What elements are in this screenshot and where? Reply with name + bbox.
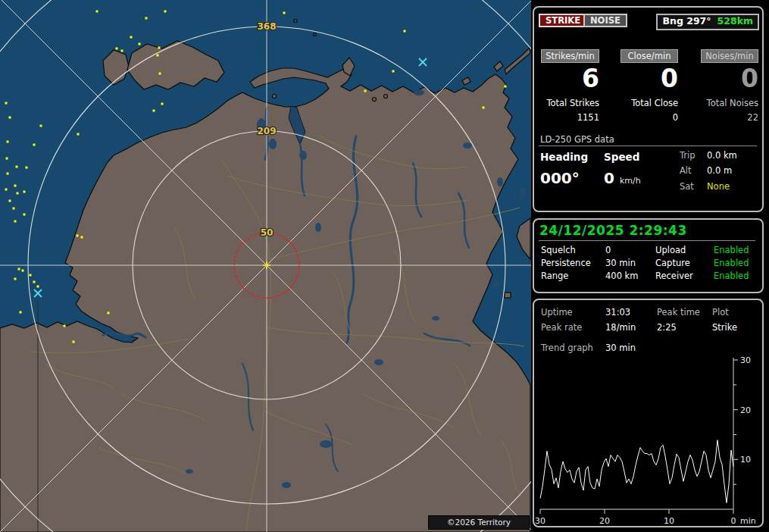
strike-marker [6, 158, 8, 160]
strikes-per-min-chip: Strikes/min [541, 49, 599, 63]
uptime-label: Uptime [541, 307, 573, 318]
noises-per-min-chip: Noises/min [701, 49, 758, 63]
gps-trip-value: 0.0 km [707, 150, 737, 161]
stats-row: Uptime 31:03 Peak time Plot [534, 307, 762, 318]
total-close-label: Total Close [621, 98, 678, 108]
strike-marker [9, 117, 11, 119]
y-tick-label: 20 [740, 405, 751, 415]
strike-marker [64, 325, 66, 327]
strike-marker [13, 208, 15, 210]
strike-marker [7, 141, 9, 143]
lightning-tracker-app: 50209368 ©2026 Territory Broadcasting ST… [0, 0, 769, 532]
strike-marker [392, 70, 395, 73]
status-row: Squelch 0 Upload Enabled [534, 245, 762, 255]
strike-marker [20, 311, 22, 314]
strike-marker [73, 341, 75, 343]
strike-marker [33, 281, 36, 283]
status-row: Range 400 km Receiver Enabled [534, 271, 762, 281]
gps-sat-label: Sat [680, 181, 694, 192]
strike-marker [157, 55, 159, 57]
strike-marker [161, 103, 164, 105]
bearing-label: Bng 297° [662, 15, 711, 27]
strike-marker [116, 48, 118, 50]
trend-box: Uptime 31:03 Peak time Plot Peak rate 18… [533, 299, 764, 527]
strike-marker [364, 90, 367, 92]
strike-marker [145, 17, 148, 20]
strike-marker [505, 86, 507, 88]
gps-sat-value: None [707, 181, 730, 192]
strike-marker [14, 278, 17, 280]
total-noises-label: Total Noises [701, 98, 758, 108]
strike-marker [5, 102, 8, 105]
strike-marker [23, 191, 26, 193]
total-strikes-label: Total Strikes [541, 98, 599, 108]
squelch-label: Squelch [541, 245, 576, 255]
close-column: Close/min 0 Total Close 0 [621, 49, 678, 133]
trend-graph: 1020303020100min [534, 350, 762, 526]
datetime-readout: 24/12/2025 2:29:43 [539, 223, 687, 238]
strike-stats-box: STRIKE NOISE Bng 297°528km Strikes/min 6… [533, 6, 764, 212]
strike-marker [108, 312, 110, 315]
strike-marker [139, 43, 141, 45]
strike-marker [37, 286, 39, 288]
gps-speed-number: 0 [604, 169, 614, 187]
x-tick-label: 0 [731, 516, 736, 526]
noises-per-min-value: 0 [701, 66, 758, 92]
x-tick-label: 10 [664, 516, 674, 526]
strike-marker [14, 185, 17, 187]
close-per-min-value: 0 [621, 66, 678, 92]
persistence-value: 30 min [605, 258, 636, 268]
gps-divider [539, 146, 757, 146]
persistence-label: Persistence [541, 258, 591, 268]
x-tick-label: 30 [535, 516, 545, 526]
receiver-status: Enabled [714, 271, 749, 281]
bearing-readout: Bng 297°528km [656, 14, 759, 30]
strike-marker [159, 73, 161, 75]
upload-label: Upload [655, 245, 686, 255]
gps-heading-value: 000° [540, 169, 580, 187]
squelch-value: 0 [605, 245, 611, 255]
ring-label: 50 [261, 227, 274, 238]
total-strikes-value: 1151 [541, 112, 599, 123]
gps-trip-label: Trip [680, 150, 696, 161]
stats-row: Peak rate 18/min 2:25 Strike [534, 322, 762, 333]
noises-column: Noises/min 0 Total Noises 22 [701, 49, 758, 133]
strike-marker [14, 221, 17, 223]
strike-marker [96, 11, 98, 13]
noise-alarm-button[interactable]: NOISE [583, 14, 627, 27]
side-panel: STRIKE NOISE Bng 297°528km Strikes/min 6… [533, 0, 769, 532]
strike-marker [18, 268, 20, 271]
strikes-column: Strikes/min 6 Total Strikes 1151 [541, 49, 599, 133]
strike-alarm-button[interactable]: STRIKE [539, 14, 587, 27]
y-tick-label: 10 [740, 455, 751, 465]
range-label: Range [541, 271, 568, 281]
gps-speed-unit: km/h [620, 176, 641, 186]
strike-marker [26, 167, 28, 169]
receiver-label: Receiver [655, 271, 693, 281]
gps-alt-value: 0.0 m [707, 165, 732, 176]
peak-rate-value: 18/min [605, 322, 636, 333]
strike-marker [77, 235, 79, 237]
strike-marker [164, 11, 167, 13]
strike-marker [40, 125, 42, 127]
ring-label: 209 [257, 126, 276, 136]
strike-marker [17, 192, 19, 195]
ring-label: 368 [257, 21, 276, 32]
plot-label: Plot [712, 307, 729, 318]
status-box: 24/12/2025 2:29:43 Squelch 0 Upload Enab… [533, 218, 764, 293]
strike-marker [153, 110, 155, 112]
strike-marker [121, 50, 123, 52]
map-display[interactable]: 50209368 ©2026 Territory Broadcasting [0, 0, 531, 532]
total-noises-value: 22 [701, 112, 758, 123]
strike-marker [130, 36, 133, 39]
strike-marker [9, 200, 11, 202]
uptime-value: 31:03 [605, 307, 630, 318]
gps-heading-label: Heading [540, 151, 588, 163]
x-tick-label: 20 [599, 516, 610, 526]
capture-status: Enabled [714, 258, 749, 268]
gps-section-title: LD-250 GPS data [540, 134, 614, 145]
total-close-value: 0 [621, 112, 678, 123]
map-copyright: ©2026 Territory Broadcasting [428, 515, 530, 530]
gps-speed-label: Speed [604, 151, 639, 163]
strikes-per-min-value: 6 [541, 66, 599, 92]
